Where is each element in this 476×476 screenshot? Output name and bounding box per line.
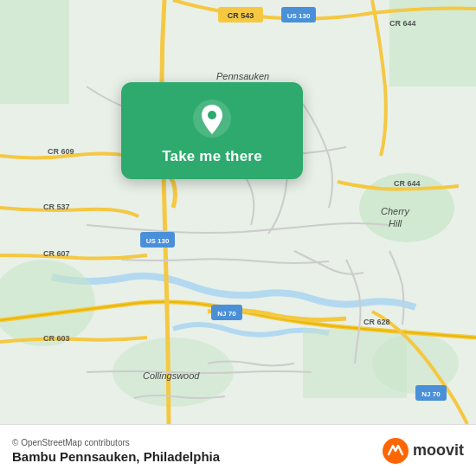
svg-text:CR 644: CR 644 [389, 19, 416, 28]
svg-text:US 130: US 130 [146, 237, 170, 245]
svg-text:CR 607: CR 607 [43, 249, 70, 258]
svg-text:CR 543: CR 543 [228, 11, 254, 20]
bottom-left-info: © OpenStreetMap contributors Bambu Penns… [12, 438, 220, 464]
moovit-icon [382, 437, 409, 465]
osm-attribution: © OpenStreetMap contributors [12, 438, 220, 447]
moovit-text: moovit [413, 441, 464, 460]
svg-text:Collingswood: Collingswood [143, 370, 200, 381]
svg-text:CR 609: CR 609 [48, 147, 74, 156]
moovit-logo: moovit [382, 437, 464, 465]
bottom-bar: © OpenStreetMap contributors Bambu Penns… [0, 424, 476, 476]
location-pin-icon [191, 98, 233, 139]
svg-text:Pennsauken: Pennsauken [216, 71, 269, 81]
svg-text:CR 628: CR 628 [363, 318, 390, 326]
take-me-there-popup[interactable]: Take me there [121, 82, 303, 179]
svg-text:Cherry: Cherry [381, 206, 411, 216]
svg-text:NJ 70: NJ 70 [421, 390, 441, 398]
take-me-there-label: Take me there [162, 148, 262, 165]
svg-rect-1 [0, 0, 69, 104]
svg-rect-2 [389, 0, 476, 87]
map-background: CR 543 US 130 NJ 70 US 130 CR 609 CR 537… [0, 0, 476, 424]
svg-text:US 130: US 130 [287, 12, 311, 20]
svg-text:NJ 70: NJ 70 [217, 310, 236, 318]
svg-text:CR 603: CR 603 [43, 334, 70, 343]
svg-text:CR 644: CR 644 [394, 179, 421, 188]
svg-point-30 [208, 111, 216, 119]
svg-text:Hill: Hill [389, 218, 402, 228]
svg-text:CR 537: CR 537 [43, 203, 70, 211]
map-container: CR 543 US 130 NJ 70 US 130 CR 609 CR 537… [0, 0, 476, 424]
location-name: Bambu Pennsauken, Philadelphia [12, 449, 220, 464]
